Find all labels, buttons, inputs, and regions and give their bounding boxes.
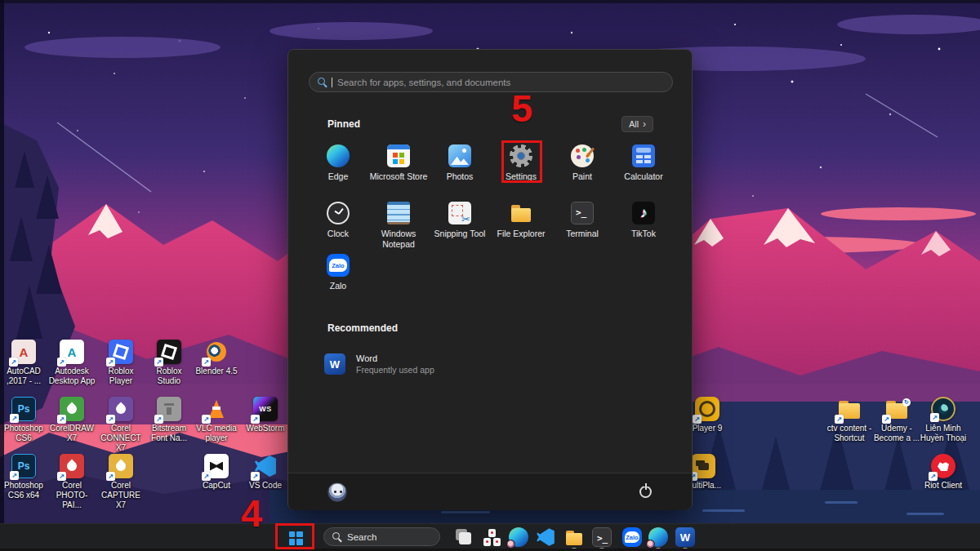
start-button[interactable]: [282, 528, 310, 548]
terminal-icon: [571, 202, 594, 224]
vscode-icon: [253, 454, 278, 478]
shortcut-arrow-icon: [154, 415, 163, 424]
pinned-app-settings[interactable]: Settings: [490, 144, 552, 182]
desktop-icon-bitstream[interactable]: Bitstream Font Na...: [144, 397, 194, 443]
desktop-icon-label: CorelDRAW X7: [47, 424, 97, 443]
desktop-screen: AutoCAD ,2017 - ... Autodesk Desktop App…: [0, 0, 980, 551]
desktop-icon-label: Bitstream Font Na...: [144, 424, 194, 443]
desktop-icon-league-of-legends[interactable]: Liên Minh Huyền Thoại: [918, 397, 969, 443]
pinned-app-windows-notepad[interactable]: Windows Notepad: [368, 202, 430, 249]
file-explorer-folder-icon: [510, 202, 532, 224]
taskbar-app-vscode[interactable]: [536, 527, 555, 547]
taskbar-app-word[interactable]: [675, 527, 695, 547]
desktop-icon-ctv-content[interactable]: ctv content - Shortcut: [824, 397, 875, 443]
shortcut-arrow-icon: [251, 472, 260, 481]
windows-start-icon: [289, 531, 303, 545]
recommended-item-word[interactable]: Word Frequently used app: [324, 347, 512, 381]
calculator-icon: [632, 144, 655, 167]
league-of-legends-icon: [931, 397, 956, 421]
desktop-icon-label: Player 9: [693, 424, 723, 433]
pinned-app-label: Settings: [506, 171, 537, 182]
pinned-app-clock[interactable]: Clock: [307, 202, 369, 239]
desktop-icon-corel-photopaint[interactable]: Corel PHOTO-PAI...: [47, 454, 97, 509]
running-indicator: [656, 548, 661, 550]
desktop-icon-vlc[interactable]: VLC media player: [191, 397, 242, 443]
desktop-icon-label: AutoCAD ,2017 - ...: [0, 367, 49, 386]
desktop-icon-roblox-studio[interactable]: Roblox Studio: [144, 340, 194, 386]
desktop-icon-capcut[interactable]: CapCut: [191, 454, 242, 491]
desktop-icon-label: Corel CAPTURE X7: [96, 481, 146, 509]
desktop-icon-autocad[interactable]: AutoCAD ,2017 - ...: [0, 340, 49, 386]
microsoft-store-icon: [387, 144, 410, 167]
pinned-app-terminal[interactable]: Terminal: [551, 202, 613, 239]
desktop-icon-label: Corel CONNECT X7: [96, 424, 146, 452]
taskbar-app-zalo[interactable]: [622, 527, 642, 547]
shortcut-arrow-icon: [106, 358, 115, 367]
pinned-app-zalo[interactable]: Zalo: [307, 254, 369, 291]
desktop-icon-photoshop-x64[interactable]: Photoshop CS6 x64: [0, 454, 49, 500]
power-icon[interactable]: [639, 486, 652, 498]
desktop-icon-corel-capture[interactable]: Corel CAPTURE X7: [96, 454, 146, 509]
desktop-icon-label: VLC media player: [191, 424, 242, 443]
pinned-app-snipping-tool[interactable]: Snipping Tool: [429, 202, 491, 239]
taskbar-app-file-explorer[interactable]: [564, 527, 584, 547]
paint-palette-icon: [571, 144, 594, 167]
pinned-section-title: Pinned: [327, 118, 360, 130]
pinned-app-label: Zalo: [330, 281, 346, 291]
chevron-right-icon: ›: [643, 119, 646, 129]
desktop-icon-vscode[interactable]: VS Code: [240, 454, 291, 491]
shortcut-arrow-icon: [57, 415, 66, 424]
folder-sync-icon: [884, 397, 909, 421]
running-indicator: [572, 548, 577, 550]
desktop-icon-blender[interactable]: Blender 4.5: [191, 340, 242, 376]
taskbar-search-label: Search: [347, 532, 376, 542]
user-avatar[interactable]: [327, 482, 347, 502]
pinned-app-photos[interactable]: Photos: [429, 144, 491, 182]
autodesk-icon: [60, 340, 84, 364]
photoshop-icon: [11, 397, 36, 421]
desktop-icon-label: VS Code: [249, 481, 282, 491]
taskbar-app-edge[interactable]: [509, 527, 528, 547]
desktop-icon-webstorm[interactable]: WebStorm: [240, 397, 291, 433]
shortcut-arrow-icon: [9, 358, 18, 367]
taskbar-app-mahjong[interactable]: [482, 527, 501, 547]
pinned-app-calculator[interactable]: Calculator: [612, 144, 675, 182]
all-apps-button[interactable]: All ›: [621, 116, 653, 132]
pinned-app-file-explorer[interactable]: File Explorer: [490, 202, 552, 239]
settings-gear-icon: [510, 144, 532, 167]
desktop-icon-autodesk[interactable]: Autodesk Desktop App: [47, 340, 97, 386]
annotation-step-5: 5: [495, 86, 549, 131]
pinned-app-label: Snipping Tool: [434, 229, 486, 239]
desktop-icon-photoshop[interactable]: Photoshop CS6: [0, 397, 49, 443]
roblox-studio-icon: [157, 340, 181, 364]
clock-icon: [327, 202, 350, 224]
taskbar-app-task-view[interactable]: [454, 527, 474, 547]
recommended-item-title: Word: [356, 353, 434, 363]
taskbar-app-terminal[interactable]: [592, 527, 612, 547]
taskbar-app-edge-profile2[interactable]: [648, 527, 668, 547]
desktop-icon-label: WebStorm: [246, 424, 284, 433]
start-menu-search-input[interactable]: Search for apps, settings, and documents: [309, 72, 673, 92]
desktop-icon-label: Corel PHOTO-PAI...: [47, 481, 97, 509]
pinned-app-edge[interactable]: Edge: [307, 144, 369, 182]
pinned-app-microsoft-store[interactable]: Microsoft Store: [368, 144, 430, 182]
desktop-icon-label: Blender 4.5: [195, 367, 237, 376]
pinned-app-label: Microsoft Store: [370, 171, 428, 182]
desktop-icon-riot-client[interactable]: Riot Client: [918, 454, 969, 491]
pinned-app-tiktok[interactable]: TikTok: [612, 202, 675, 239]
pinned-app-label: TikTok: [631, 229, 656, 239]
desktop-icon-label: Riot Client: [924, 481, 962, 491]
desktop-icon-corel-connect[interactable]: Corel CONNECT X7: [96, 397, 146, 452]
pinned-app-paint[interactable]: Paint: [551, 144, 613, 182]
cloud-sync-icon: [902, 398, 911, 407]
taskbar-search-box[interactable]: Search: [323, 527, 440, 546]
search-icon: [318, 78, 327, 87]
desktop-icon-coreldraw[interactable]: CorelDRAW X7: [47, 397, 97, 443]
running-indicator: [683, 548, 688, 550]
desktop-icon-label: Photoshop CS6: [0, 424, 49, 443]
desktop-icon-label: Roblox Player: [96, 367, 146, 386]
tiktok-icon: [632, 202, 655, 224]
desktop-icon-udemy[interactable]: Udemy - Become a ...: [871, 397, 922, 443]
edge-icon: [327, 144, 350, 167]
desktop-icon-roblox-player[interactable]: Roblox Player: [96, 340, 146, 386]
